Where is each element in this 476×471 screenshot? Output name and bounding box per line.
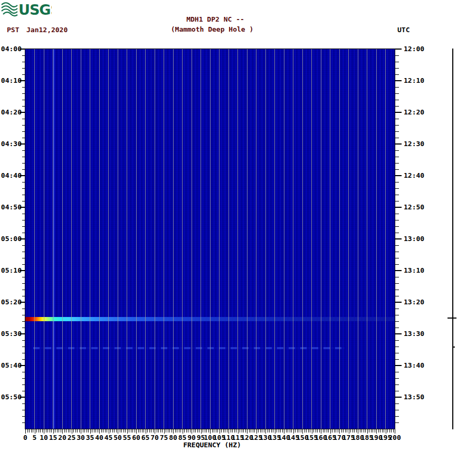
left-axis-minor-tick (22, 150, 25, 151)
gridline (164, 49, 164, 429)
freq-tick (231, 429, 231, 432)
gridline (108, 49, 109, 429)
freq-tick (349, 429, 349, 434)
gridline (34, 49, 35, 429)
freq-tick (120, 429, 120, 432)
freq-tick (265, 429, 266, 434)
freq-tick (308, 429, 309, 432)
persistent-tone-stripe (53, 49, 54, 429)
trace-event-tick (448, 318, 456, 319)
right-axis-minor-tick (395, 62, 399, 62)
freq-tick-label: 30 (77, 434, 85, 441)
freq-tick (197, 429, 198, 432)
freq-tick (68, 429, 69, 432)
right-axis-label: 12:30 (404, 140, 424, 148)
freq-tick (334, 429, 335, 432)
left-axis-minor-tick (22, 321, 25, 322)
freq-tick (361, 429, 362, 432)
right-axis-label: 13:20 (404, 298, 424, 306)
right-axis-label: 13:10 (404, 266, 424, 274)
freq-tick (262, 429, 262, 432)
freq-tick (234, 429, 235, 432)
right-axis-minor-tick (395, 87, 399, 88)
freq-tick (132, 429, 133, 432)
freq-tick-label: 50 (113, 434, 122, 441)
freq-tick (227, 429, 227, 432)
gridline (339, 49, 340, 429)
freq-tick (343, 429, 344, 432)
freq-tick (245, 429, 246, 432)
gridline (348, 49, 349, 429)
left-axis-minor-tick (22, 100, 25, 100)
right-axis-label: 13:50 (404, 393, 424, 401)
left-axis-minor-tick (22, 422, 25, 423)
right-axis-major-tick (395, 112, 402, 113)
station-title: MDH1 DP2 NC -- (186, 15, 244, 23)
left-axis-label: 04:30 (0, 140, 22, 148)
freq-tick (142, 429, 142, 432)
gridline (367, 49, 367, 429)
freq-tick (378, 429, 379, 432)
right-axis-minor-tick (395, 321, 399, 322)
gridline (284, 49, 284, 429)
freq-tick (229, 429, 229, 434)
right-axis-minor-tick (395, 245, 399, 246)
right-axis-major-tick (395, 270, 402, 271)
freq-tick (330, 429, 331, 434)
freq-tick (323, 429, 323, 432)
freq-tick (88, 429, 89, 432)
freq-tick (389, 429, 390, 432)
left-axis-minor-tick (22, 68, 25, 69)
freq-tick (36, 429, 37, 432)
freq-tick (338, 429, 338, 432)
right-axis-major-tick (395, 207, 402, 208)
freq-tick (155, 429, 155, 434)
right-axis-minor-tick (395, 188, 399, 189)
freq-tick (284, 429, 284, 434)
gridline (321, 49, 321, 429)
freq-tick (210, 429, 211, 434)
gridline (71, 49, 72, 429)
right-axis-minor-tick (395, 201, 399, 201)
gridline (173, 49, 174, 429)
gridline (201, 49, 201, 429)
right-axis-minor-tick (395, 138, 399, 138)
left-axis-minor-tick (22, 87, 25, 88)
freq-tick (72, 429, 72, 434)
freq-tick (277, 429, 277, 432)
left-axis-minor-tick (22, 93, 25, 94)
right-axis-minor-tick (395, 347, 399, 347)
freq-tick-label: 10 (40, 434, 48, 441)
freq-tick (116, 429, 117, 432)
left-axis-minor-tick (22, 106, 25, 107)
freq-tick (90, 429, 91, 434)
freq-tick (293, 429, 294, 434)
right-axis-minor-tick (395, 264, 399, 265)
freq-tick (288, 429, 288, 432)
freq-tick (59, 429, 59, 432)
freq-tick (269, 429, 270, 432)
right-axis-minor-tick (395, 340, 399, 341)
freq-tick (135, 429, 135, 432)
freq-tick (184, 429, 185, 432)
freq-tick (375, 429, 375, 432)
left-axis-minor-tick (22, 55, 25, 56)
freq-tick (242, 429, 242, 432)
station-subtitle: (Mammoth Deep Hole ) (171, 25, 254, 33)
freq-tick (166, 429, 166, 432)
freq-tick (168, 429, 168, 432)
trace-minor-blip (452, 347, 455, 348)
left-axis-label: 04:00 (0, 45, 22, 53)
right-axis-label: 12:50 (404, 203, 424, 211)
freq-tick (264, 429, 264, 432)
freq-tick (295, 429, 296, 432)
freq-tick (29, 429, 30, 432)
left-axis-minor-tick (22, 233, 25, 233)
right-axis-minor-tick (395, 150, 399, 151)
gridline (44, 49, 44, 429)
freq-tick (51, 429, 52, 432)
gridline (302, 49, 303, 429)
freq-tick (256, 429, 257, 434)
left-axis-minor-tick (22, 163, 25, 164)
left-axis-minor-tick (22, 264, 25, 265)
